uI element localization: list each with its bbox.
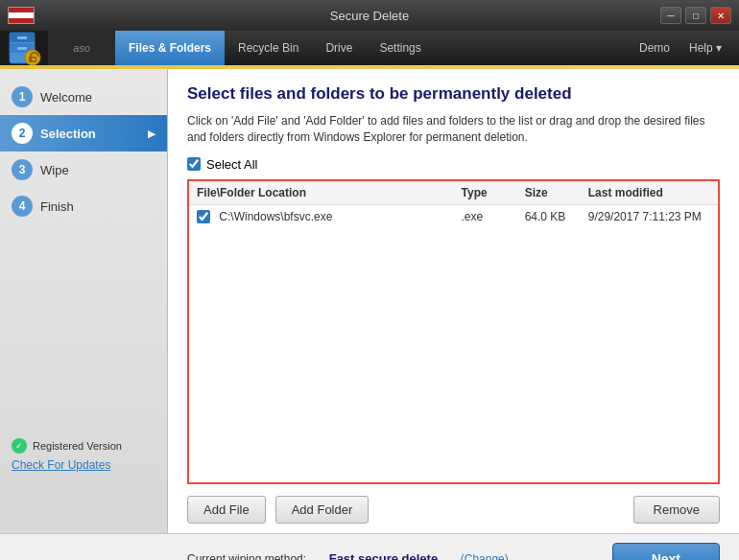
col-header-location: File\Folder Location [189, 181, 454, 205]
menu-right: Demo Help ▾ [630, 31, 739, 65]
row-checkbox[interactable] [197, 210, 210, 223]
file-table-container: File\Folder Location Type Size Last modi… [187, 179, 720, 484]
select-all-checkbox[interactable] [187, 157, 201, 171]
demo-menu-item[interactable]: Demo [630, 31, 679, 65]
content-title: Select files and folders to be permanent… [187, 84, 720, 104]
sidebar-footer: ✓ Registered Version Check For Updates [0, 431, 168, 479]
tab-files-folders[interactable]: Files & Folders [115, 31, 225, 65]
maximize-button[interactable]: □ [685, 7, 706, 24]
step-3-num: 3 [12, 159, 33, 180]
help-menu-item[interactable]: Help ▾ [679, 31, 731, 65]
cell-modified: 9/29/2017 7:11:23 PM [581, 204, 718, 228]
table-row[interactable]: C:\Windows\bfsvc.exe .exe 64.0 KB 9/29/2… [189, 204, 718, 228]
app-name-logo: aso [48, 31, 115, 65]
cell-size: 64.0 KB [517, 204, 581, 228]
svg-rect-7 [33, 58, 36, 60]
step-2-num: 2 [12, 123, 33, 144]
col-header-size: Size [517, 181, 581, 205]
cell-type: .exe [454, 204, 517, 228]
svg-rect-2 [17, 36, 27, 39]
sidebar-item-selection[interactable]: 2 Selection ▶ [0, 115, 167, 152]
col-header-type: Type [454, 181, 517, 205]
cell-location: C:\Windows\bfsvc.exe [189, 204, 454, 228]
close-button[interactable]: ✕ [710, 7, 731, 24]
window-controls: ─ □ ✕ [660, 7, 731, 24]
wiping-method: Fast secure delete [329, 551, 438, 560]
registered-version-row: ✓ Registered Version [12, 438, 156, 454]
step-4-num: 4 [12, 196, 33, 217]
footer-bar: Current wiping method: Fast secure delet… [0, 533, 739, 560]
sidebar-item-finish[interactable]: 4 Finish [0, 188, 167, 224]
tab-recycle-bin[interactable]: Recycle Bin [225, 31, 312, 65]
sidebar-item-welcome[interactable]: 1 Welcome [0, 79, 167, 115]
next-button[interactable]: Next [612, 543, 720, 561]
sidebar-arrow-icon: ▶ [148, 128, 155, 139]
tab-settings[interactable]: Settings [366, 31, 434, 65]
change-wiping-link[interactable]: (Change) [461, 552, 509, 561]
window-title: Secure Delete [330, 9, 409, 23]
sidebar-label-finish: Finish [40, 199, 74, 214]
registered-check-icon: ✓ [12, 438, 27, 454]
select-all-row: Select All [187, 157, 720, 172]
col-header-modified: Last modified [581, 181, 718, 205]
content-description: Click on 'Add File' and 'Add Folder' to … [187, 113, 720, 146]
add-file-button[interactable]: Add File [187, 496, 266, 524]
registered-label: Registered Version [33, 440, 122, 452]
sidebar: 1 Welcome 2 Selection ▶ 3 Wipe 4 Finish … [0, 69, 168, 533]
menu-bar: aso Files & Folders Recycle Bin Drive Se… [0, 31, 739, 65]
remove-button[interactable]: Remove [633, 496, 720, 524]
bottom-button-row: Add File Add Folder Remove [187, 496, 720, 533]
sidebar-label-wipe: Wipe [40, 163, 69, 177]
file-table: File\Folder Location Type Size Last modi… [189, 181, 718, 229]
title-bar: Secure Delete ─ □ ✕ [0, 0, 739, 31]
sidebar-label-welcome: Welcome [40, 90, 92, 105]
tab-drive[interactable]: Drive [312, 31, 366, 65]
flag-icon [8, 7, 35, 24]
app-logo-icon [4, 31, 44, 65]
wiping-prefix: Current wiping method: [187, 552, 306, 561]
minimize-button[interactable]: ─ [660, 7, 681, 24]
check-updates-link[interactable]: Check For Updates [12, 458, 110, 472]
main-area: 1 Welcome 2 Selection ▶ 3 Wipe 4 Finish … [0, 69, 739, 533]
sidebar-item-wipe[interactable]: 3 Wipe [0, 152, 167, 188]
svg-rect-4 [17, 47, 27, 50]
add-folder-button[interactable]: Add Folder [275, 496, 370, 524]
step-1-num: 1 [12, 86, 33, 107]
sidebar-label-selection: Selection [40, 127, 96, 141]
select-all-label[interactable]: Select All [206, 157, 257, 172]
content-area: Select files and folders to be permanent… [168, 69, 739, 533]
